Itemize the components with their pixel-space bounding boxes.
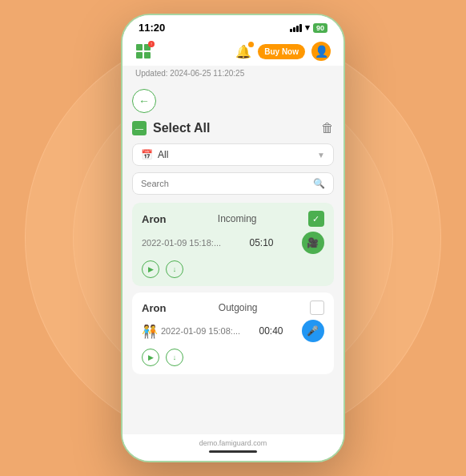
download-button-1[interactable]: ↓ (166, 260, 183, 278)
select-all-left: — Select All (132, 121, 210, 135)
phone-frame: 11:20 ▾ 90 ! 🔔 (121, 14, 345, 462)
back-arrow-icon: ← (139, 95, 150, 107)
call-row-mid-2: 🧑‍🤝‍🧑 2022-01-09 15:08:... 00:40 🎤 (142, 320, 324, 342)
call-row-top-1: Aron Incoming ✓ (142, 211, 324, 227)
signal-icon (290, 24, 302, 32)
search-icon: 🔍 (313, 178, 325, 189)
battery-badge: 90 (313, 23, 327, 33)
avatar-icon: 👤 (315, 45, 328, 58)
call-row-top-2: Aron Outgoing (142, 301, 324, 315)
grid-menu-icon[interactable]: ! (135, 43, 151, 59)
call-row-bottom-1: ▶ ↓ (142, 260, 324, 278)
footer-bar: demo.famiguard.com (123, 434, 343, 461)
back-button[interactable]: ← (132, 89, 156, 113)
avatar-group-icon: 🧑‍🤝‍🧑 (142, 324, 158, 339)
update-text: Updated: 2024-06-25 11:20:25 (135, 69, 244, 78)
search-input[interactable] (141, 179, 313, 188)
check-icon: — (135, 124, 143, 133)
call-type-1: Incoming (218, 213, 257, 224)
audio-call-button-2[interactable]: 🎤 (302, 320, 324, 342)
call-duration-2: 00:40 (259, 325, 283, 337)
call-type-2: Outgoing (219, 302, 258, 313)
download-button-2[interactable]: ↓ (166, 349, 183, 366)
bell-badge (248, 42, 254, 47)
avatar[interactable]: 👤 (311, 42, 331, 61)
download-icon-2: ↓ (173, 353, 177, 361)
call-name-2: Aron (142, 302, 166, 314)
home-indicator (209, 450, 257, 453)
play-icon-2: ▶ (148, 353, 154, 361)
video-icon: 🎥 (307, 237, 319, 248)
calendar-icon: 📅 (141, 149, 153, 160)
top-bar: ! 🔔 Buy Now 👤 (123, 37, 343, 66)
status-icons: ▾ 90 (290, 22, 327, 33)
notification-dot: ! (148, 41, 155, 47)
call-row-bottom-2: ▶ ↓ (142, 349, 324, 366)
filter-dropdown[interactable]: 📅 All ▼ (132, 143, 334, 166)
select-all-row: — Select All 🗑 (132, 121, 334, 135)
dropdown-left: 📅 All (141, 149, 168, 160)
select-all-label[interactable]: Select All (153, 121, 210, 135)
top-bar-right: 🔔 Buy Now 👤 (235, 42, 331, 61)
trash-icon[interactable]: 🗑 (321, 121, 334, 135)
checkmark-icon: ✓ (312, 214, 319, 224)
call-name-1: Aron (142, 213, 166, 225)
wifi-icon: ▾ (305, 22, 310, 33)
play-button-1[interactable]: ▶ (142, 260, 159, 278)
play-button-2[interactable]: ▶ (142, 349, 159, 366)
call-row-mid-1: 2022-01-09 15:18:... 05:10 🎥 (142, 232, 324, 254)
update-bar: Updated: 2024-06-25 11:20:25 (123, 66, 343, 81)
call-checkbox-1[interactable]: ✓ (308, 211, 324, 227)
content-area: ← — Select All 🗑 📅 All ▼ 🔍 (123, 81, 343, 434)
status-time: 11:20 (139, 22, 165, 34)
video-call-button-1[interactable]: 🎥 (302, 232, 324, 254)
bell-icon[interactable]: 🔔 (235, 44, 251, 59)
call-card-outgoing: Aron Outgoing 🧑‍🤝‍🧑 2022-01-09 15:08:...… (132, 292, 334, 374)
buy-now-button[interactable]: Buy Now (258, 44, 305, 59)
dropdown-value: All (158, 149, 168, 160)
select-all-checkbox[interactable]: — (132, 121, 147, 135)
call-date-1: 2022-01-09 15:18:... (142, 238, 221, 248)
play-icon: ▶ (148, 265, 154, 273)
search-row: 🔍 (132, 172, 334, 195)
call-date-2: 2022-01-09 15:08:... (161, 326, 240, 336)
footer-domain: demo.famiguard.com (199, 439, 267, 447)
call-card-incoming: Aron Incoming ✓ 2022-01-09 15:18:... 05:… (132, 203, 334, 286)
call-checkbox-2[interactable] (310, 301, 324, 315)
call-duration-1: 05:10 (250, 237, 274, 248)
chevron-down-icon: ▼ (317, 151, 325, 159)
microphone-icon: 🎤 (307, 325, 319, 337)
status-bar: 11:20 ▾ 90 (123, 15, 343, 37)
download-icon: ↓ (173, 265, 177, 273)
